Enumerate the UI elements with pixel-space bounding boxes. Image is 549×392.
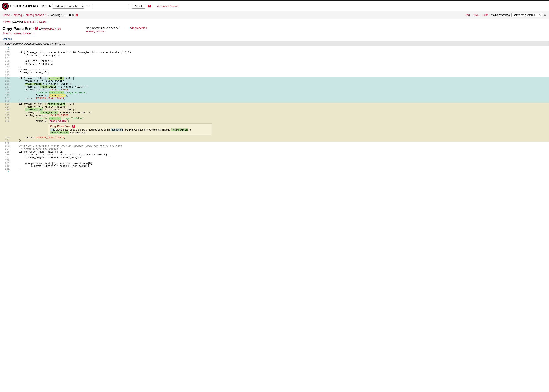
gear-icon[interactable]: ⚙ xyxy=(544,13,546,17)
help-icon[interactable]: ? xyxy=(148,5,150,7)
source-text: * frame before the decode */ xyxy=(12,147,549,150)
search-area: Search code in this analysis for Search … xyxy=(42,4,178,9)
line-number: 230 xyxy=(0,136,12,139)
source-text: } xyxy=(12,168,549,170)
line-number: 215 xyxy=(0,80,12,83)
line-number: 209 xyxy=(0,63,12,65)
warning-details-link[interactable]: warning details... xyxy=(86,29,106,33)
line-number: 219 xyxy=(0,91,12,94)
jump-to-warning-link[interactable]: Jump to warning location ↓ xyxy=(3,32,34,35)
code-line: 210 } xyxy=(0,65,549,68)
source-text: frame_height > s->avctx->height || xyxy=(12,108,549,111)
next-link[interactable]: Next > xyxy=(39,21,47,23)
line-number: 227 xyxy=(0,114,12,117)
help-icon[interactable]: ? xyxy=(35,27,38,29)
visible-warnings-select[interactable]: active not clustered xyxy=(511,13,542,17)
source-text: frame_x + frame_width > s->avctx->width)… xyxy=(12,85,549,88)
export-text-link[interactable]: Text xyxy=(465,14,470,16)
source-text: return AVERROR_INVALIDDATA; xyxy=(12,136,549,139)
edit-properties-link[interactable]: edit properties xyxy=(130,27,147,29)
code-line: 209 s->y_off = frame_y; xyxy=(0,63,549,65)
source-text: frame_y -= s->y_off; xyxy=(12,71,549,74)
right-tools: Text | XML | Sarif | Visible Warnings: a… xyxy=(465,13,546,17)
code-line: 229 frame_x, frame_width); xyxy=(0,120,549,123)
breadcrumb-bar: Home › ffmpeg › ffmpeg analysis 1 › Warn… xyxy=(0,11,549,19)
code-line: 211 frame_x -= s->x_off; xyxy=(0,68,549,71)
line-number: 241 xyxy=(0,168,12,170)
line-number: 216 xyxy=(0,83,12,85)
source-text: } xyxy=(12,139,549,142)
breadcrumb-sep: › xyxy=(23,14,24,17)
line-number: 206 xyxy=(0,54,12,57)
source-text: s->x_off = frame_x; xyxy=(12,60,549,63)
code-line: 218 av_log(s->avctx, AV_LOG_ERROR, xyxy=(0,88,549,91)
source-text: av_log(s->avctx, AV_LOG_ERROR, xyxy=(12,114,549,117)
source-text: return AVERROR_INVALIDDATA; xyxy=(12,97,549,100)
export-xml-link[interactable]: XML xyxy=(474,14,479,16)
source-text: frame_y + frame_height > s->avctx->heigh… xyxy=(12,111,549,114)
code-line: 233 /* if only a certain region will be … xyxy=(0,145,549,147)
source-text: s->avctx->height * frame->linesize[0]); xyxy=(12,165,549,168)
code-line: 215 frame_x >= s->avctx->width || xyxy=(0,80,549,83)
source-text: memcpy(frame->data[0], s->prev_frame->da… xyxy=(12,162,549,165)
logo-icon: g xyxy=(2,3,9,9)
advanced-search-link[interactable]: Advanced Search xyxy=(157,5,178,8)
code-line: 232 xyxy=(0,142,549,145)
code-line: 240 s->avctx->height * frame->linesize[0… xyxy=(0,165,549,168)
divider: | xyxy=(471,14,472,16)
line-number: 235 xyxy=(0,150,12,153)
code-line: 223 if (frame_y < 0 || frame_height < 0 … xyxy=(0,103,549,105)
breadcrumb-analysis[interactable]: ffmpeg analysis 1 xyxy=(26,14,47,17)
line-number: 204 xyxy=(0,48,12,51)
source-text: } xyxy=(12,100,549,103)
file-path: /home/mhermeling/git/ffmpeg/libavcodec/v… xyxy=(0,41,549,46)
line-number: 236 xyxy=(0,153,12,156)
code-line: 234 * frame before the decode */ xyxy=(0,147,549,150)
line-number: 220 xyxy=(0,94,12,97)
code-line: 224 frame_y >= s->avctx->height || xyxy=(0,105,549,108)
no-properties-label: No properties have been set. xyxy=(86,27,120,29)
logo-text: CODESONAR xyxy=(10,4,39,9)
code-line: 225 frame_height > s->avctx->height || xyxy=(0,108,549,111)
breadcrumb-project[interactable]: ffmpeg xyxy=(14,14,22,17)
line-number: 223 xyxy=(0,103,12,105)
divider: | xyxy=(125,27,125,29)
breadcrumb-home[interactable]: Home xyxy=(3,14,10,17)
line-number: 214 xyxy=(0,77,12,80)
line-number: 229 xyxy=(0,120,12,123)
header: g CODESONAR Search code in this analysis… xyxy=(0,1,549,11)
code-line: 239 memcpy(frame->data[0], s->prev_frame… xyxy=(0,162,549,165)
source-text: frame_x, frame_width); xyxy=(12,94,549,97)
source-text: if ((frame_width == s->avctx->width && f… xyxy=(12,51,549,54)
source-text: /* if only a certain region will be upda… xyxy=(12,145,549,147)
pager-open: (Warning xyxy=(12,21,23,23)
location-link[interactable]: vmdvideo.c:229 xyxy=(42,28,61,30)
line-number: 231 xyxy=(0,139,12,142)
code-area: ▲ 204205 if ((frame_width == s->avctx->w… xyxy=(0,46,549,173)
line-number: 238 xyxy=(0,159,12,162)
code-line: 208 s->x_off = frame_x; xyxy=(0,60,549,63)
scroll-down-icon[interactable]: ▼ xyxy=(0,170,549,173)
line-number: 218 xyxy=(0,88,12,91)
source-text: (frame_height != s->avctx->height))) { xyxy=(12,156,549,159)
code-line: 236 (frame_x || frame_y || (frame_width … xyxy=(0,153,549,156)
source-text: frame_width > s->avctx->width || xyxy=(12,83,549,85)
source-text: (frame_x || frame_y || (frame_width != s… xyxy=(12,153,549,156)
export-sarif-link[interactable]: Sarif xyxy=(482,14,488,16)
breadcrumb: Home › ffmpeg › ffmpeg analysis 1 › Warn… xyxy=(3,14,78,17)
search-scope-select[interactable]: code in this analysis xyxy=(52,4,84,9)
search-input[interactable] xyxy=(93,4,129,8)
prev-link[interactable]: < Prev xyxy=(3,21,10,23)
help-icon[interactable]: ? xyxy=(72,125,75,127)
at-label: at xyxy=(39,28,42,30)
help-icon[interactable]: ? xyxy=(76,14,78,16)
options-link[interactable]: Options xyxy=(3,37,12,40)
search-button[interactable]: Search xyxy=(132,4,145,9)
warning-title: Copy-Paste Error xyxy=(3,27,34,31)
title-row: Copy-Paste Error? at vmdvideo.c:229 Jump… xyxy=(0,25,549,35)
logo[interactable]: g CODESONAR xyxy=(2,3,39,9)
pager-close: ) xyxy=(36,21,38,23)
code-line: 221 return AVERROR_INVALIDDATA; xyxy=(0,97,549,100)
scroll-up-icon[interactable]: ▲ xyxy=(0,46,549,48)
code-line: 204 xyxy=(0,48,549,51)
